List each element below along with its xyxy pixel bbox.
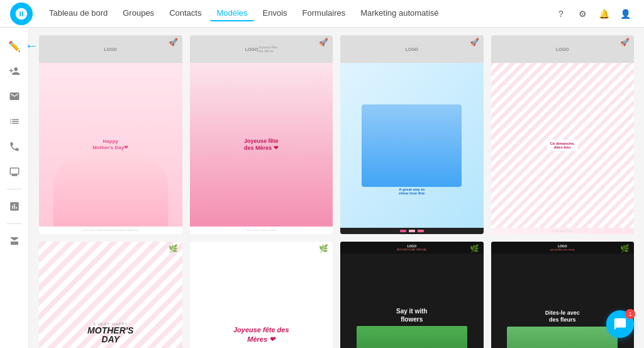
settings-icon[interactable]: ⚙ — [574, 5, 591, 23]
sidebar-monitor[interactable] — [4, 161, 25, 182]
template-3[interactable]: LOGO A great way toshow love this 🚀 — [340, 35, 484, 234]
chat-button[interactable]: 1 — [606, 310, 634, 338]
chat-badge: 1 — [625, 309, 635, 319]
rocket-icon-4: 🚀 — [620, 38, 631, 49]
nav-modeles[interactable]: Modèles — [210, 6, 253, 21]
template-5[interactable]: A VERY HAPPY MOTHER'SDAY lorem ipsum dol… — [39, 242, 182, 348]
nav-formulaires[interactable]: Formulaires — [296, 6, 352, 21]
leaf-icon-6: 🌿 — [319, 244, 330, 255]
template-6[interactable]: Joyeuse fête desMères ❤ lorem ipsum dolo… — [190, 242, 333, 348]
main-area: ✏️ ← — [0, 28, 644, 348]
template-2[interactable]: LOGO Joyeuse fêtedes Mères Joyeuse fêted… — [190, 35, 333, 234]
sidebar-add-contact[interactable] — [4, 60, 25, 82]
rocket-icon-1: 🚀 — [169, 38, 180, 49]
template-grid: LOGO HappyMother's Day❤ lorem ipsum dolo… — [39, 35, 634, 348]
notifications-icon[interactable]: 🔔 — [595, 5, 613, 23]
template-1[interactable]: LOGO HappyMother's Day❤ lorem ipsum dolo… — [39, 35, 182, 234]
template-7[interactable]: LOGO MOTHER'S DAY SPECIAL Say it withflo… — [340, 242, 484, 348]
nav-right-icons: ? ⚙ 🔔 👤 — [552, 5, 634, 23]
sidebar-arrow: ← — [25, 38, 39, 54]
nav-groupes[interactable]: Groupes — [116, 6, 160, 21]
sidebar-list[interactable] — [4, 111, 25, 132]
sidebar-phone[interactable] — [4, 136, 25, 157]
leaf-icon-8: 🌿 — [620, 244, 631, 255]
leaf-icon-7: 🌿 — [470, 244, 481, 255]
template-4[interactable]: LOGO Ce dimanche,dites-leur lorem ipsum … — [491, 35, 635, 234]
sidebar-divider — [7, 189, 22, 189]
help-icon[interactable]: ? — [552, 5, 570, 23]
content-area: LOGO HappyMother's Day❤ lorem ipsum dolo… — [29, 28, 644, 348]
leaf-icon-5: 🌿 — [169, 244, 180, 255]
sidebar-edit[interactable]: ✏️ ← — [4, 35, 25, 57]
top-navigation: Tableau de bord Groupes Contacts Modèles… — [0, 0, 644, 28]
rocket-icon-3: 🚀 — [470, 38, 481, 49]
nav-envois[interactable]: Envois — [257, 6, 294, 21]
nav-items: Tableau de bord Groupes Contacts Modèles… — [43, 6, 552, 21]
nav-marketing[interactable]: Marketing automatisé — [354, 6, 445, 21]
sidebar-store[interactable] — [4, 230, 25, 252]
app-logo[interactable] — [10, 3, 33, 25]
sidebar-email[interactable] — [4, 86, 25, 107]
sidebar-divider2 — [7, 223, 22, 224]
sidebar: ✏️ ← — [0, 28, 29, 348]
rocket-icon-2: 🚀 — [319, 38, 330, 49]
nav-tableau[interactable]: Tableau de bord — [43, 6, 114, 21]
user-avatar[interactable]: 👤 — [616, 5, 634, 23]
sidebar-chart[interactable] — [4, 196, 25, 217]
nav-contacts[interactable]: Contacts — [163, 6, 208, 21]
